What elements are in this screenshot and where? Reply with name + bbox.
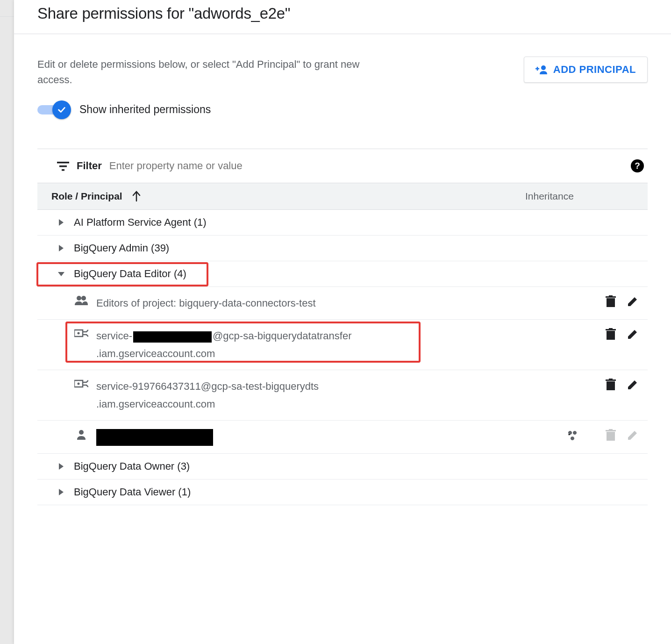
principal-name: service-@gcp-sa-bigquerydatatransfer .ia… <box>96 327 566 362</box>
description-text: Edit or delete permissions below, or sel… <box>37 57 360 87</box>
svg-point-0 <box>541 65 546 70</box>
role-row-bigquery-data-editor[interactable]: BigQuery Data Editor (4) <box>37 261 648 287</box>
share-permissions-panel: Share permissions for "adwords_e2e" Edit… <box>14 0 671 644</box>
svg-rect-18 <box>609 379 613 380</box>
inheritance-icon[interactable] <box>566 429 594 441</box>
principal-row-editors: Editors of project: bigquery-data-connec… <box>37 287 648 320</box>
delete-icon[interactable] <box>606 328 616 340</box>
redacted-block <box>96 429 213 446</box>
table-header: Role / Principal Inheritance <box>37 183 648 210</box>
svg-rect-20 <box>607 432 615 441</box>
panel-title: Share permissions for "adwords_e2e" <box>37 5 648 22</box>
role-name: BigQuery Data Viewer (1) <box>74 486 191 498</box>
principal-name: service-919766437311@gcp-sa-test-bigquer… <box>96 378 566 413</box>
role-row-bigquery-data-viewer[interactable]: BigQuery Data Viewer (1) <box>37 479 648 505</box>
role-row-ai-platform[interactable]: AI Platform Service Agent (1) <box>37 210 648 236</box>
filter-label: Filter <box>77 160 102 172</box>
edit-icon[interactable] <box>627 379 638 390</box>
chevron-right-icon <box>57 488 65 496</box>
svg-point-19 <box>79 430 84 435</box>
add-principal-label: ADD PRINCIPAL <box>553 64 636 76</box>
service-account-icon <box>74 379 89 389</box>
panel-header: Share permissions for "adwords_e2e" <box>14 0 671 34</box>
column-inheritance: Inheritance <box>525 191 628 202</box>
role-name: BigQuery Data Owner (3) <box>74 460 190 472</box>
service-account-icon <box>74 328 89 338</box>
svg-rect-3 <box>62 169 64 171</box>
chevron-right-icon <box>57 462 65 471</box>
check-icon <box>52 100 71 119</box>
svg-rect-6 <box>607 298 615 307</box>
svg-point-5 <box>81 296 86 301</box>
toggle-label: Show inherited permissions <box>79 103 211 116</box>
svg-rect-8 <box>609 295 613 297</box>
column-role-principal[interactable]: Role / Principal <box>51 191 122 202</box>
chevron-right-icon <box>57 218 65 227</box>
edit-icon <box>627 429 638 441</box>
role-row-bigquery-admin[interactable]: BigQuery Admin (39) <box>37 236 648 261</box>
svg-rect-1 <box>57 162 69 164</box>
svg-rect-22 <box>609 429 613 430</box>
group-icon <box>74 295 89 306</box>
delete-icon[interactable] <box>606 295 616 308</box>
svg-rect-13 <box>609 328 613 329</box>
chevron-right-icon <box>57 244 65 252</box>
chevron-down-icon <box>57 271 65 277</box>
filter-icon <box>57 161 69 171</box>
principal-row-service-account-1: service-@gcp-sa-bigquerydatatransfer .ia… <box>37 320 648 370</box>
role-row-bigquery-data-owner[interactable]: BigQuery Data Owner (3) <box>37 454 648 479</box>
svg-rect-16 <box>607 381 615 390</box>
svg-rect-2 <box>59 165 67 167</box>
arrow-up-icon[interactable] <box>132 191 141 202</box>
help-icon[interactable]: ? <box>631 159 644 172</box>
role-name: BigQuery Admin (39) <box>74 242 169 254</box>
delete-icon <box>606 429 616 441</box>
principal-name <box>96 428 566 446</box>
svg-point-4 <box>77 296 81 301</box>
show-inherited-toggle[interactable] <box>37 104 71 115</box>
principal-name: Editors of project: bigquery-data-connec… <box>96 294 566 312</box>
edit-icon[interactable] <box>627 329 638 340</box>
edit-icon[interactable] <box>627 296 638 307</box>
redacted-block <box>133 331 212 343</box>
person-icon <box>74 429 89 440</box>
role-name: AI Platform Service Agent (1) <box>74 216 207 229</box>
svg-point-10 <box>78 332 80 335</box>
principal-row-user-redacted <box>37 421 648 454</box>
svg-rect-11 <box>607 331 615 340</box>
principal-row-service-account-2: service-919766437311@gcp-sa-test-bigquer… <box>37 370 648 421</box>
svg-point-15 <box>78 383 80 385</box>
add-principal-button[interactable]: ADD PRINCIPAL <box>524 57 648 83</box>
person-add-icon <box>535 64 549 75</box>
delete-icon[interactable] <box>606 379 616 391</box>
filter-input[interactable] <box>109 160 296 172</box>
role-name: BigQuery Data Editor (4) <box>74 268 186 280</box>
